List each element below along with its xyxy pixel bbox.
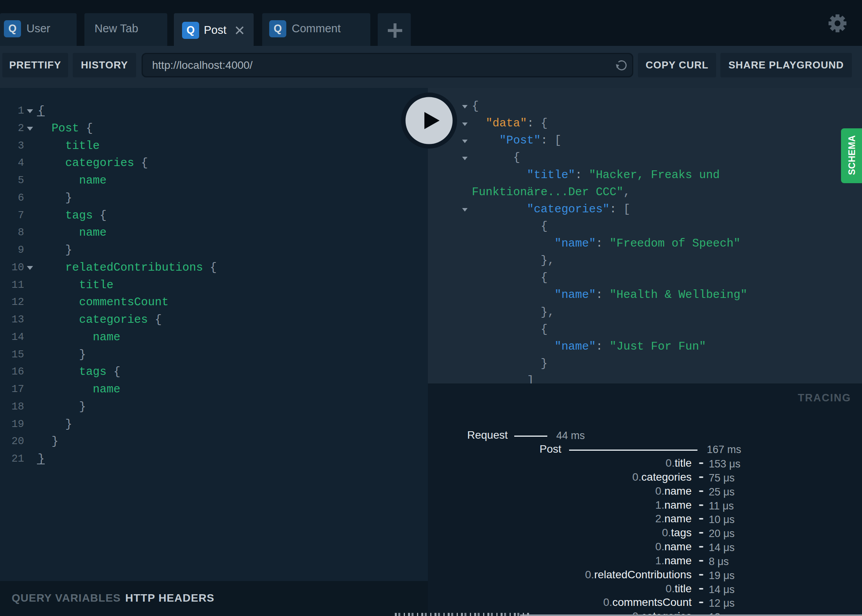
svg-text:SCHEMA: SCHEMA: [847, 135, 857, 175]
